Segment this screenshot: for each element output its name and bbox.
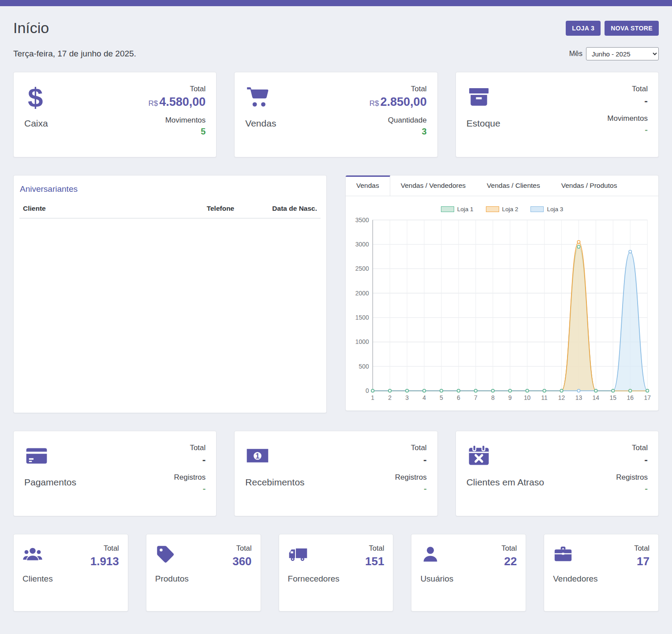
svg-text:17: 17 xyxy=(644,394,651,401)
legend-item: Loja 1 xyxy=(441,206,474,213)
card-title: Clientes xyxy=(22,574,53,584)
total-value: - xyxy=(174,454,206,466)
legend-item: Loja 3 xyxy=(530,206,563,213)
total-label: Total xyxy=(174,444,206,452)
sub-value: - xyxy=(616,484,648,494)
svg-text:2500: 2500 xyxy=(355,265,369,272)
legend-swatch xyxy=(486,206,499,212)
sub-label: Registros xyxy=(174,473,206,482)
tag-icon xyxy=(155,544,175,564)
svg-text:12: 12 xyxy=(558,394,565,401)
total-value: - xyxy=(395,454,427,466)
tab-vendas-produtos[interactable]: Vendas / Produtos xyxy=(551,175,628,196)
total-value: 1.913 xyxy=(90,555,119,568)
aniversariantes-table: Cliente Telefone Data de Nasc. xyxy=(19,201,321,219)
total-value: 22 xyxy=(501,555,517,568)
briefcase-icon xyxy=(553,544,573,564)
card-title: Recebimentos xyxy=(245,477,304,488)
sales-tabs: Vendas Vendas / Vendedores Vendas / Clie… xyxy=(346,175,658,196)
total-value: - xyxy=(616,454,648,466)
svg-text:3000: 3000 xyxy=(355,241,369,248)
total-label: Total xyxy=(148,85,205,93)
total-value: R$2.850,00 xyxy=(370,95,427,109)
page-title: Início xyxy=(13,19,49,37)
vendedores-card: Vendedores Total 17 xyxy=(544,534,659,612)
svg-text:3: 3 xyxy=(405,394,409,401)
sub-label: Registros xyxy=(616,473,648,482)
pagamentos-card: Pagamentos Total - Registros - xyxy=(13,431,217,516)
svg-text:1: 1 xyxy=(256,452,260,460)
card-title: Caixa xyxy=(24,118,49,129)
amount: 4.580,00 xyxy=(159,95,205,108)
tab-vendas[interactable]: Vendas xyxy=(346,175,390,196)
nova-store-button[interactable]: NOVA STORE xyxy=(605,21,659,36)
svg-text:8: 8 xyxy=(491,394,495,401)
usuarios-card: Usuários Total 22 xyxy=(411,534,526,612)
user-icon xyxy=(420,544,441,564)
tab-vendas-vendedores[interactable]: Vendas / Vendedores xyxy=(390,175,476,196)
currency-label: R$ xyxy=(148,99,158,108)
total-label: Total xyxy=(395,444,427,452)
currency-label: R$ xyxy=(370,99,379,108)
sub-label: Registros xyxy=(395,473,427,482)
top-accent-bar xyxy=(0,0,672,6)
fornecedores-card: Fornecedores Total 151 xyxy=(279,534,394,612)
aniversariantes-panel: Aniversariantes Cliente Telefone Data de… xyxy=(13,175,327,413)
svg-text:1500: 1500 xyxy=(355,314,369,321)
sub-label: Quantidade xyxy=(370,116,427,125)
svg-text:1: 1 xyxy=(371,394,374,401)
total-value: 151 xyxy=(365,555,384,568)
card-title: Usuários xyxy=(420,574,453,584)
col-telefone: Telefone xyxy=(203,201,261,218)
sales-line-chart: 0500100015002000250030003500123456789101… xyxy=(351,214,653,407)
svg-text:1000: 1000 xyxy=(355,338,369,345)
sub-value: - xyxy=(174,484,206,494)
total-label: Total xyxy=(616,444,648,452)
tab-vendas-clientes[interactable]: Vendas / Clientes xyxy=(476,175,551,196)
legend-swatch xyxy=(441,206,454,212)
card-title: Estoque xyxy=(467,118,500,129)
total-label: Total xyxy=(232,544,251,552)
col-cliente: Cliente xyxy=(19,201,203,218)
card-title: Vendas xyxy=(245,118,276,129)
svg-text:13: 13 xyxy=(575,394,582,401)
dollar-icon: $ xyxy=(24,85,49,109)
svg-text:15: 15 xyxy=(610,394,617,401)
card-title: Pagamentos xyxy=(24,477,76,488)
svg-text:3500: 3500 xyxy=(355,216,369,224)
total-label: Total xyxy=(607,85,648,93)
credit-card-icon xyxy=(24,444,49,468)
calendar-x-icon xyxy=(467,444,491,468)
clientes-card: Clientes Total 1.913 xyxy=(13,534,128,612)
total-label: Total xyxy=(370,85,427,93)
card-title: Vendedores xyxy=(553,574,597,584)
chart-legend: Loja 1Loja 2Loja 3 xyxy=(351,206,653,213)
svg-text:14: 14 xyxy=(593,394,600,401)
svg-text:5: 5 xyxy=(440,394,443,401)
total-value: - xyxy=(607,95,648,107)
vendas-card: Vendas Total R$2.850,00 Quantidade 3 xyxy=(234,72,437,157)
loja3-button[interactable]: LOJA 3 xyxy=(566,21,601,36)
card-title: Fornecedores xyxy=(288,574,340,584)
svg-text:10: 10 xyxy=(524,394,531,401)
caixa-card: $ Caixa Total R$4.580,00 Movimentos 5 xyxy=(13,72,217,157)
month-select[interactable]: Junho - 2025 xyxy=(586,47,659,60)
svg-text:6: 6 xyxy=(457,394,460,401)
total-value: R$4.580,00 xyxy=(148,95,205,109)
legend-item: Loja 2 xyxy=(486,206,519,213)
card-title: Produtos xyxy=(155,574,189,584)
svg-text:2: 2 xyxy=(388,394,392,401)
svg-text:11: 11 xyxy=(541,394,548,401)
svg-text:16: 16 xyxy=(627,394,634,401)
cart-icon xyxy=(245,85,270,109)
sub-value: - xyxy=(607,125,648,135)
total-label: Total xyxy=(365,544,384,552)
svg-text:2000: 2000 xyxy=(355,290,369,297)
truck-icon xyxy=(288,544,308,564)
current-date: Terça-feira, 17 de junho de 2025. xyxy=(13,49,136,59)
aniversariantes-title: Aniversariantes xyxy=(14,175,326,201)
month-label: Mês xyxy=(569,50,582,58)
sub-value: - xyxy=(395,484,427,494)
sales-chart-area: Loja 1Loja 2Loja 3 050010001500200025003… xyxy=(346,196,658,410)
total-label: Total xyxy=(501,544,517,552)
